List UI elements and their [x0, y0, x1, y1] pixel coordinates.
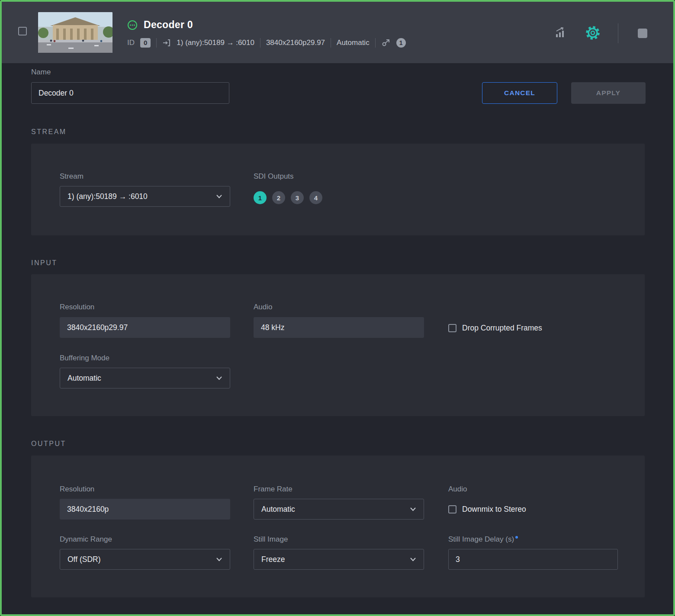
output-resolution-field: 3840x2160p [60, 499, 230, 520]
meta-mode: Automatic [337, 38, 370, 47]
still-image-delay-label-text: Still Image Delay (s) [448, 535, 514, 543]
decoder-title: Decoder 0 [144, 19, 193, 31]
chevron-down-icon [216, 194, 222, 199]
input-resolution-value: 3840x2160p29.97 [67, 323, 128, 332]
id-label: ID [127, 38, 135, 47]
decoder-settings-page: Decoder 0 ID 0 1) (any):50189 → :6010 38… [0, 0, 675, 616]
frame-rate-label: Frame Rate [254, 485, 292, 494]
drop-corrupted-frames-label: Drop Corrupted Frames [462, 324, 542, 333]
sdi-output-2[interactable]: 2 [272, 191, 285, 204]
decoder-select-checkbox[interactable] [18, 27, 27, 35]
output-count-badge: 1 [396, 38, 406, 48]
input-section-heading: INPUT [31, 259, 58, 267]
meta-divider [156, 38, 157, 48]
video-preview-thumbnail[interactable] [38, 12, 112, 53]
meta-stream-info: 1) (any):50189 → :6010 [177, 38, 254, 47]
input-panel: Resolution 3840x2160p29.97 Audio 48 kHz … [31, 274, 645, 416]
decoder-meta-row: ID 0 1) (any):50189 → :6010 3840x2160p29… [127, 37, 406, 48]
still-image-value: Freeze [261, 555, 285, 564]
stream-input-icon [162, 38, 171, 47]
downmix-stereo-label: Downmix to Stereo [462, 505, 526, 514]
statistics-chart-icon[interactable] [553, 26, 567, 40]
input-audio-label: Audio [254, 303, 272, 311]
input-resolution-field: 3840x2160p29.97 [60, 317, 230, 338]
still-image-delay-input[interactable] [448, 549, 618, 570]
modified-indicator-dot [515, 536, 518, 539]
apply-button[interactable]: APPLY [571, 82, 646, 104]
chevron-down-icon [410, 557, 416, 561]
meta-divider [331, 38, 331, 48]
output-resolution-value: 3840x2160p [67, 505, 109, 514]
header-divider [618, 23, 618, 43]
input-audio-field: 48 kHz [254, 317, 424, 338]
output-route-icon [381, 38, 391, 48]
frame-rate-value: Automatic [261, 505, 295, 514]
meta-resolution: 3840x2160p29.97 [266, 38, 325, 47]
chevron-down-icon [216, 557, 222, 561]
buffering-mode-label: Buffering Mode [60, 354, 109, 363]
still-image-delay-label: Still Image Delay (s) [448, 535, 518, 544]
stream-select[interactable]: 1) (any):50189 → :6010 [60, 186, 230, 207]
output-section-heading: OUTPUT [31, 440, 66, 448]
input-audio-value: 48 kHz [261, 323, 284, 332]
downmix-stereo-checkbox[interactable]: Downmix to Stereo [448, 505, 526, 514]
sdi-outputs-group: 1 2 3 4 [254, 191, 322, 204]
frame-rate-select[interactable]: Automatic [254, 499, 424, 520]
output-resolution-label: Resolution [60, 485, 94, 494]
buffering-mode-value: Automatic [68, 374, 101, 383]
stream-label: Stream [60, 172, 84, 181]
id-badge: 0 [140, 38, 151, 48]
meta-divider [375, 38, 376, 48]
panel-toggle-icon[interactable] [638, 29, 647, 38]
buffering-mode-select[interactable]: Automatic [60, 368, 230, 388]
dynamic-range-select[interactable]: Off (SDR) [60, 549, 230, 570]
output-audio-label: Audio [448, 485, 467, 494]
still-image-label: Still Image [254, 535, 288, 544]
output-panel: Resolution 3840x2160p Frame Rate Automat… [31, 456, 645, 597]
chevron-down-icon [216, 376, 222, 380]
name-input[interactable] [31, 82, 229, 104]
decoder-header: Decoder 0 ID 0 1) (any):50189 → :6010 38… [2, 2, 673, 63]
chevron-down-icon [410, 507, 416, 511]
sdi-output-3[interactable]: 3 [291, 191, 304, 204]
input-resolution-label: Resolution [60, 303, 94, 311]
stream-section-heading: STREAM [31, 128, 67, 136]
still-image-select[interactable]: Freeze [254, 549, 424, 570]
decoder-status-icon [127, 20, 138, 30]
checkbox-box-icon[interactable] [448, 505, 456, 513]
sdi-outputs-label: SDI Outputs [254, 172, 294, 181]
sdi-output-1[interactable]: 1 [254, 191, 267, 204]
drop-corrupted-frames-checkbox[interactable]: Drop Corrupted Frames [448, 324, 542, 333]
cancel-button[interactable]: CANCEL [482, 82, 557, 104]
settings-gear-icon[interactable] [585, 25, 601, 41]
sdi-output-4[interactable]: 4 [309, 191, 322, 204]
name-label: Name [31, 68, 51, 77]
video-thumbnail-image [38, 12, 112, 53]
checkbox-box-icon[interactable] [448, 324, 456, 332]
meta-divider [260, 38, 260, 48]
dynamic-range-value: Off (SDR) [68, 555, 101, 564]
stream-select-value: 1) (any):50189 → :6010 [68, 192, 148, 201]
stream-panel: Stream 1) (any):50189 → :6010 SDI Output… [31, 144, 645, 235]
dynamic-range-label: Dynamic Range [60, 535, 112, 544]
